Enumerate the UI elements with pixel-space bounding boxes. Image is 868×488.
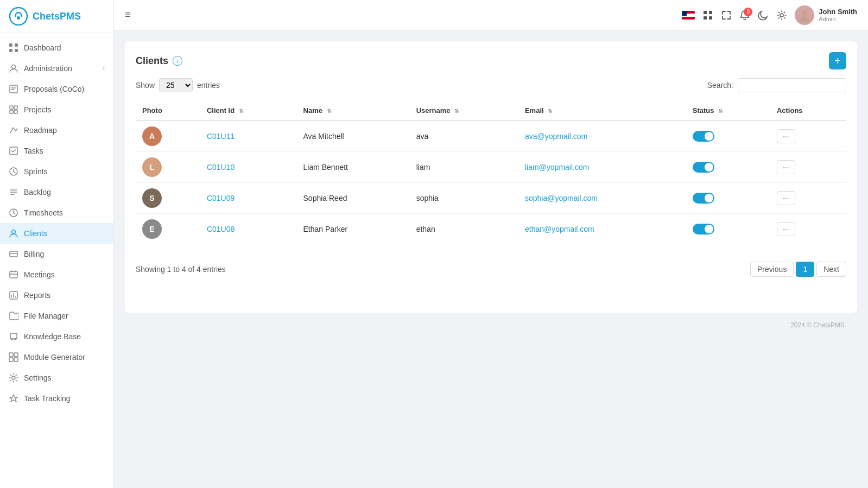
settings-icon (9, 373, 18, 383)
page-1-button[interactable]: 1 (796, 262, 814, 277)
sidebar-item-sprints[interactable]: Sprints (0, 161, 113, 182)
sidebar-item-module-generator[interactable]: Module Generator (0, 347, 113, 367)
sidebar-item-label: Meetings (24, 270, 55, 279)
page-footer: 2024 © ChetsPMS. (125, 313, 857, 338)
sort-icon: ⇅ (239, 108, 243, 114)
logo[interactable]: ChetsPMS (0, 0, 113, 33)
row-actions-button[interactable]: ··· (777, 191, 795, 205)
sidebar-item-label: Billing (24, 250, 44, 258)
sidebar-item-label: Module Generator (24, 353, 85, 362)
sidebar-item-reports[interactable]: Reports (0, 285, 113, 306)
sort-icon: ⇅ (454, 108, 459, 114)
client-id-link[interactable]: C01U11 (207, 132, 235, 141)
meetings-icon (9, 270, 18, 280)
search-input[interactable] (738, 78, 846, 92)
cell-name: Liam Bennett (297, 152, 410, 183)
sidebar-item-label: Tasks (24, 147, 43, 155)
entries-select[interactable]: 25 10 50 100 (159, 78, 193, 92)
page-header: Clients i + (136, 52, 846, 69)
sidebar-item-timesheets[interactable]: Timesheets (0, 202, 113, 223)
user-info[interactable]: John Smith Admin (795, 5, 857, 25)
clients-icon (9, 229, 18, 238)
tasks-icon (9, 146, 18, 156)
next-button[interactable]: Next (816, 262, 846, 277)
sort-icon: ⇅ (327, 108, 331, 114)
previous-button[interactable]: Previous (750, 262, 794, 277)
sidebar-item-backlog[interactable]: Backlog (0, 182, 113, 202)
cell-client-id: C01U10 (200, 152, 297, 183)
client-id-link[interactable]: C01U09 (207, 194, 235, 202)
svg-point-6 (12, 65, 16, 69)
client-id-link[interactable]: C01U10 (207, 163, 235, 172)
sidebar-item-settings[interactable]: Settings (0, 367, 113, 388)
notification-icon[interactable]: 0 (739, 10, 750, 21)
status-toggle[interactable] (693, 224, 714, 235)
sidebar-item-projects[interactable]: Projects (0, 99, 113, 120)
email-link[interactable]: sophia@yopmail.com (525, 194, 598, 202)
table-controls: Show 25 10 50 100 entries Search: (136, 78, 846, 92)
col-actions: Actions (770, 101, 846, 121)
proposals-icon (9, 84, 18, 94)
page-card: Clients i + Show 25 10 50 100 entries (125, 41, 857, 313)
col-status[interactable]: Status ⇅ (686, 101, 770, 121)
cell-status (686, 183, 770, 214)
user-details: John Smith Admin (819, 8, 857, 22)
col-client-id[interactable]: Client Id ⇅ (200, 101, 297, 121)
client-id-link[interactable]: C01U08 (207, 225, 235, 233)
col-photo[interactable]: Photo (136, 101, 200, 121)
row-actions-button[interactable]: ··· (777, 129, 795, 143)
row-actions-button[interactable]: ··· (777, 222, 795, 236)
status-toggle[interactable] (693, 193, 714, 204)
apps-icon[interactable] (702, 10, 713, 21)
dark-mode-icon[interactable] (758, 10, 769, 21)
status-toggle[interactable] (693, 162, 714, 173)
avatar: L (142, 157, 162, 177)
sidebar-item-label: Reports (24, 291, 50, 300)
flag-icon[interactable] (682, 11, 695, 20)
sidebar-item-roadmap[interactable]: Roadmap (0, 120, 113, 141)
svg-point-29 (802, 10, 807, 16)
sidebar-item-dashboard[interactable]: Dashboard (0, 37, 113, 58)
menu-hamburger-icon[interactable]: ≡ (125, 9, 131, 21)
sidebar-item-task-tracking[interactable]: Task Tracking (0, 388, 113, 409)
cell-email: ethan@yopmail.com (518, 214, 686, 245)
knowledge-base-icon (9, 332, 18, 341)
cell-email: ava@yopmail.com (518, 121, 686, 152)
sidebar-item-clients[interactable]: Clients (0, 223, 113, 244)
svg-rect-2 (9, 43, 12, 47)
add-client-button[interactable]: + (829, 52, 846, 69)
sidebar-item-knowledge-base[interactable]: Knowledge Base (0, 326, 113, 347)
email-link[interactable]: ava@yopmail.com (525, 132, 587, 141)
table-row: L C01U10 Liam Bennett liam liam@yopmail.… (136, 152, 846, 183)
sidebar-item-billing[interactable]: Billing (0, 244, 113, 264)
sidebar-item-proposals[interactable]: Proposals (CoCo) (0, 79, 113, 99)
avatar (795, 5, 814, 25)
svg-point-1 (17, 16, 20, 20)
sidebar-item-tasks[interactable]: Tasks (0, 141, 113, 161)
email-link[interactable]: ethan@yopmail.com (525, 225, 594, 233)
dashboard-icon (9, 43, 18, 53)
sidebar-item-meetings[interactable]: Meetings (0, 264, 113, 285)
sidebar-item-file-manager[interactable]: File Manager (0, 306, 113, 326)
gear-icon[interactable] (776, 10, 787, 21)
col-username[interactable]: Username ⇅ (410, 101, 518, 121)
status-toggle[interactable] (693, 131, 714, 142)
fullscreen-icon[interactable] (721, 10, 732, 21)
sidebar-item-label: Timesheets (24, 208, 63, 217)
info-icon[interactable]: i (173, 56, 182, 66)
email-link[interactable]: liam@yopmail.com (525, 163, 589, 172)
col-email[interactable]: Email ⇅ (518, 101, 686, 121)
sidebar-item-label: Task Tracking (24, 394, 71, 403)
main-wrapper: ≡ 0 (114, 0, 868, 488)
svg-point-28 (780, 14, 783, 17)
topbar-left: ≡ (125, 9, 131, 21)
row-actions-button[interactable]: ··· (777, 160, 795, 174)
sort-icon: ⇅ (718, 108, 723, 114)
module-generator-icon (9, 352, 18, 362)
sprints-icon (9, 167, 18, 176)
table-footer: Showing 1 to 4 of 4 entries Previous 1 N… (136, 255, 846, 277)
col-name[interactable]: Name ⇅ (297, 101, 410, 121)
sidebar-item-administration[interactable]: Administration › (0, 58, 113, 79)
cell-client-id: C01U08 (200, 214, 297, 245)
svg-rect-22 (14, 358, 18, 362)
